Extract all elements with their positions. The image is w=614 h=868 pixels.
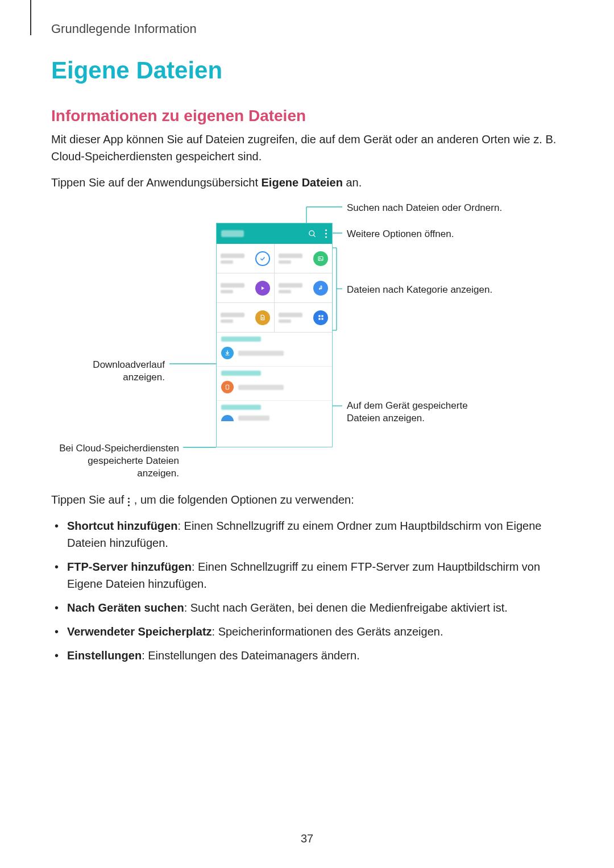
svg-point-13	[325, 232, 327, 234]
after-a: Tippen Sie auf	[51, 493, 127, 506]
more-options-inline-icon	[127, 494, 134, 504]
category-recent[interactable]	[217, 244, 275, 273]
search-icon[interactable]	[308, 230, 317, 238]
category-videos[interactable]	[217, 273, 275, 303]
svg-rect-19	[318, 315, 320, 317]
opt1-name: FTP-Server hinzufügen	[67, 560, 192, 573]
section-header: Grundlegende Information	[51, 22, 197, 36]
device-label-blur	[238, 385, 284, 390]
download-label-blur	[238, 351, 284, 356]
intro2-c: an.	[343, 176, 362, 189]
callout-device: Auf dem Gerät gespeicherte Dateien anzei…	[347, 400, 495, 425]
more-options-icon[interactable]	[325, 229, 327, 238]
downloads-grid-icon	[313, 310, 328, 325]
category-audio[interactable]	[275, 273, 333, 303]
after-b: , um die folgenden Optionen zu verwenden…	[134, 493, 354, 506]
option-shortcut: Shortcut hinzufügen: Einen Schnellzugrif…	[67, 517, 563, 551]
option-settings: Einstellungen: Einstellungen des Dateima…	[67, 647, 563, 664]
content-area: Eigene Dateien Informationen zu eigenen …	[51, 57, 563, 671]
svg-point-14	[325, 236, 327, 238]
audio-icon	[313, 281, 328, 296]
svg-point-10	[309, 230, 314, 235]
svg-point-12	[325, 229, 327, 231]
svg-point-26	[128, 501, 130, 502]
cloud-storage-row[interactable]	[217, 411, 332, 421]
category-documents[interactable]	[217, 303, 275, 333]
device-storage-row[interactable]	[217, 377, 332, 401]
category-images[interactable]	[275, 244, 333, 273]
svg-rect-23	[226, 355, 230, 355]
phone-screenshot	[216, 223, 333, 447]
after-image-text: Tippen Sie auf , um die folgenden Option…	[51, 491, 563, 508]
opt3-name: Verwendeter Speicherplatz	[67, 625, 212, 638]
opt4-name: Einstellungen	[67, 649, 142, 662]
svg-point-25	[128, 497, 130, 499]
callout-more: Weitere Optionen öffnen.	[347, 228, 454, 240]
opt4-desc: : Einstellungen des Dateimanagers ändern…	[142, 649, 360, 662]
annotated-screenshot-diagram: Suchen nach Dateien oder Ordnern. Weiter…	[51, 200, 563, 479]
section-cloud-storage	[217, 401, 332, 411]
intro2-bold: Eigene Dateien	[262, 176, 343, 189]
svg-rect-20	[321, 315, 323, 317]
opt2-desc: : Sucht nach Geräten, bei denen die Medi…	[184, 601, 508, 614]
callout-category: Dateien nach Kategorie anzeigen.	[347, 284, 492, 296]
callout-cloud: Bei Cloud-Speicherdiensten gespeicherte …	[51, 442, 179, 480]
recent-icon	[255, 251, 270, 266]
app-title-blur	[221, 230, 244, 237]
svg-rect-22	[321, 318, 323, 319]
callout-download: Downloadverlauf anzeigen.	[51, 359, 165, 384]
callout-search: Suchen nach Dateien oder Ordnern.	[347, 202, 502, 214]
videos-icon	[255, 281, 270, 296]
section-subtitle: Informationen zu eigenen Dateien	[51, 107, 563, 125]
download-icon	[221, 347, 234, 359]
app-bar	[217, 223, 332, 244]
device-storage-icon	[221, 381, 234, 393]
page-title: Eigene Dateien	[51, 57, 563, 84]
section-download-history	[217, 333, 332, 343]
intro2-a: Tippen Sie auf der Anwendungsübersicht	[51, 176, 262, 189]
cloud-icon	[221, 415, 234, 421]
opt0-name: Shortcut hinzufügen	[67, 520, 177, 532]
section-local-storage	[217, 367, 332, 377]
svg-line-11	[313, 235, 315, 236]
download-history-row[interactable]	[217, 343, 332, 367]
intro-paragraph-1: Mit dieser App können Sie auf Dateien zu…	[51, 131, 563, 165]
option-ftp: FTP-Server hinzufügen: Einen Schnellzugr…	[67, 558, 563, 592]
images-icon	[313, 251, 328, 266]
category-downloads[interactable]	[275, 303, 333, 333]
svg-point-27	[128, 504, 130, 506]
options-list: Shortcut hinzufügen: Einen Schnellzugrif…	[51, 517, 563, 664]
svg-point-16	[320, 258, 321, 259]
page-number: 37	[0, 832, 614, 845]
opt3-desc: : Speicherinformationen des Geräts anzei…	[212, 625, 443, 638]
cloud-label-blur	[238, 416, 269, 421]
option-devicesearch: Nach Geräten suchen: Sucht nach Geräten,…	[67, 599, 563, 616]
svg-rect-21	[318, 318, 320, 319]
intro-paragraph-2: Tippen Sie auf der Anwendungsübersicht E…	[51, 174, 563, 191]
opt2-name: Nach Geräten suchen	[67, 601, 184, 614]
documents-icon	[255, 310, 270, 325]
page-left-rule	[30, 0, 31, 35]
svg-rect-24	[226, 385, 229, 389]
option-storage-used: Verwendeter Speicherplatz: Speicherinfor…	[67, 623, 563, 640]
category-grid	[217, 244, 332, 333]
